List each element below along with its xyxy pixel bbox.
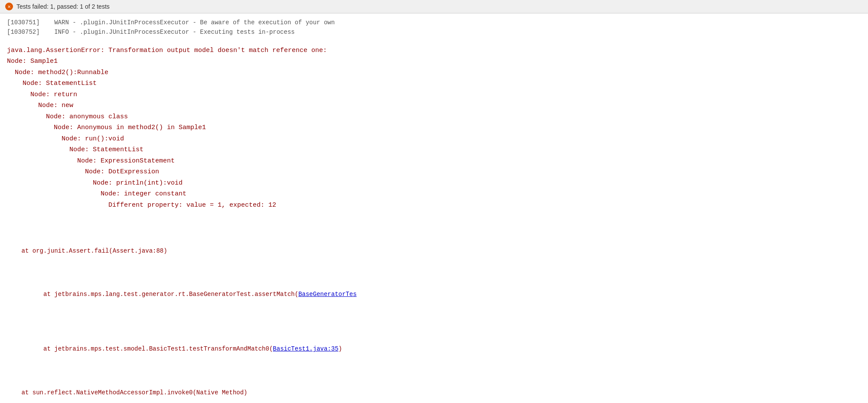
node-statement-list-2: Node: StatementList [7, 144, 861, 156]
assertion-error-line: java.lang.AssertionError: Transformation… [7, 45, 861, 56]
stack-line-3: at jetbrains.mps.test.smodel.BasicTest1.… [7, 333, 861, 366]
error-block: java.lang.AssertionError: Transformation… [7, 45, 861, 211]
stack-trace: at org.junit.Assert.fail(Assert.java:88)… [7, 224, 861, 403]
node-new: Node: new [7, 100, 861, 111]
node-method2: Node: method2():Runnable [7, 67, 861, 78]
stack-line-4: at sun.reflect.NativeMethodAccessorImpl.… [7, 387, 861, 398]
stack-line-2-prefix: at jetbrains.mps.lang.test.generator.rt.… [29, 291, 298, 298]
node-dot-expr: Node: DotExpression [7, 166, 861, 178]
stack-line-3-link[interactable]: BasicTest1.java:35 [273, 345, 338, 352]
node-diff-property: Different property: value = 1, expected:… [7, 200, 861, 211]
stack-line-3-suffix: ) [339, 345, 342, 352]
log-line-2: [1030752] INFO - .plugin.JUnitInProcessE… [7, 27, 861, 37]
status-icon-symbol: ✕ [7, 3, 10, 10]
status-text: Tests failed: 1, passed: 1 of 2 tests [16, 3, 110, 10]
stack-line-1: at org.junit.Assert.fail(Assert.java:88) [7, 246, 861, 257]
stack-line-2-link[interactable]: BaseGeneratorTes [298, 291, 356, 298]
node-run: Node: run():void [7, 133, 861, 145]
top-bar: ✕ Tests failed: 1, passed: 1 of 2 tests [0, 0, 868, 13]
node-return: Node: return [7, 89, 861, 101]
status-icon: ✕ [5, 3, 13, 10]
node-expr-stmt: Node: ExpressionStatement [7, 156, 861, 167]
node-statement-list-1: Node: StatementList [7, 78, 861, 89]
node-anon-class: Node: anonymous class [7, 111, 861, 123]
stack-line-3-prefix: at jetbrains.mps.test.smodel.BasicTest1.… [29, 345, 273, 352]
node-integer: Node: integer constant [7, 188, 861, 200]
node-anonymous: Node: Anonymous in method2() in Sample1 [7, 122, 861, 133]
content-area: [1030751] WARN - .plugin.JUnitInProcessE… [0, 13, 868, 403]
stack-line-2: at jetbrains.mps.lang.test.generator.rt.… [7, 278, 861, 311]
node-sample1: Node: Sample1 [7, 56, 861, 67]
node-println: Node: println(int):void [7, 178, 861, 189]
log-line-1: [1030751] WARN - .plugin.JUnitInProcessE… [7, 18, 861, 27]
